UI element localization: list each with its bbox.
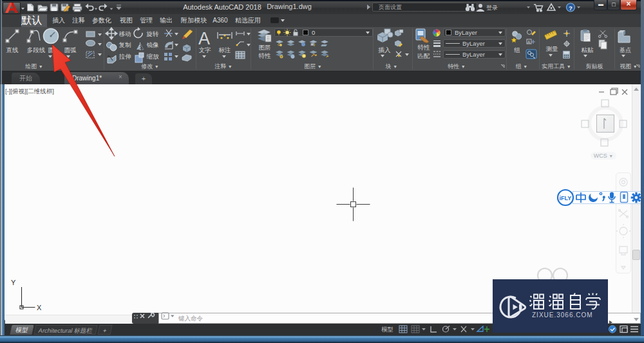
svg-text:A: A	[198, 29, 210, 48]
svg-text:?: ?	[569, 5, 573, 12]
svg-text:X: X	[37, 304, 42, 311]
svg-text:A: A	[527, 40, 531, 44]
svg-text:iFLY: iFLY	[560, 195, 572, 201]
svg-text:Y: Y	[11, 279, 16, 286]
